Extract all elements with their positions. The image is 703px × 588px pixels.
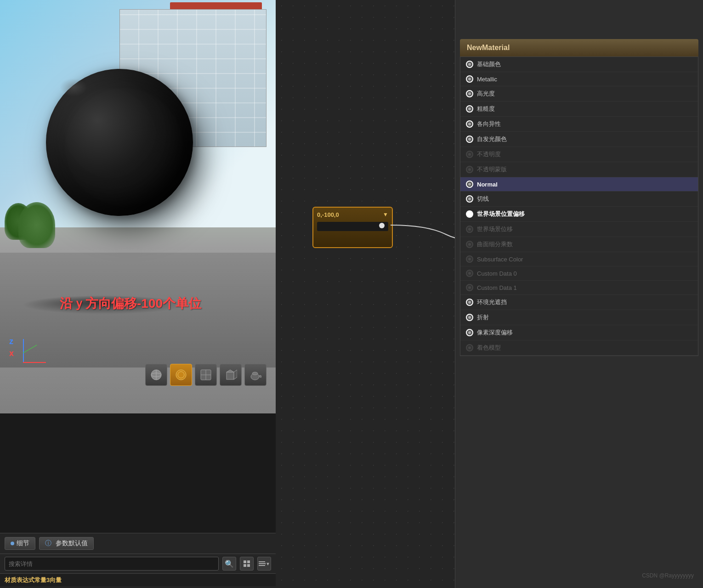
toolbar-sphere-button[interactable] <box>145 364 167 386</box>
subsurface-label: Subsurface Color <box>477 256 692 263</box>
icon-dot <box>468 228 471 231</box>
toolbar-flat-button[interactable] <box>195 364 217 386</box>
params-tab[interactable]: ⓘ 参数默认值 <box>39 537 94 550</box>
tessellation-label: 曲面细分乘数 <box>477 240 692 249</box>
material-item-anisotropy[interactable]: 各向异性 <box>460 117 698 132</box>
base-color-icon <box>466 61 473 68</box>
material-list: 基础颜色 Metallic 高光度 粗糙度 各向异性 自发光颜色 <box>460 57 698 356</box>
detail-tab-label: 细节 <box>17 539 29 548</box>
viewport: 沿ｙ方向偏移-100个单位 z x <box>0 0 276 413</box>
shading-label: 着色模型 <box>477 344 692 352</box>
node-slider-handle <box>379 223 385 228</box>
svg-rect-8 <box>227 372 234 379</box>
world-displacement-icon <box>466 226 473 233</box>
roughness-icon <box>466 105 473 113</box>
detail-tab[interactable]: 细节 <box>5 537 35 550</box>
material-item-opacity[interactable]: 不透明度 <box>460 147 698 162</box>
material-item-metallic[interactable]: Metallic <box>460 72 698 86</box>
custom1-icon <box>466 284 473 291</box>
node-area: 0,-100,0 ▼ <box>276 0 455 588</box>
constant3-node[interactable]: 0,-100,0 ▼ <box>312 207 393 248</box>
icon-dot <box>468 301 471 304</box>
material-item-specular[interactable]: 高光度 <box>460 86 698 102</box>
svg-rect-16 <box>247 564 250 567</box>
panel-tabs: 细节 ⓘ 参数默认值 <box>0 533 276 554</box>
material-item-pixel-depth[interactable]: 像素深度偏移 <box>460 325 698 340</box>
icon-dot <box>468 183 471 186</box>
tab-dot <box>11 542 14 545</box>
emissive-icon <box>466 136 473 143</box>
material-item-world-offset[interactable]: 世界场景位置偏移 <box>460 207 698 222</box>
material-item-shading[interactable]: 着色模型 <box>460 340 698 356</box>
box-icon <box>224 368 237 381</box>
specular-icon <box>466 90 473 97</box>
flat-icon <box>199 368 212 381</box>
custom0-label: Custom Data 0 <box>477 270 692 277</box>
toolbar-box-button[interactable] <box>220 364 242 386</box>
node-value: 0,-100,0 <box>317 211 388 218</box>
icon-dot <box>468 316 471 319</box>
material-item-normal[interactable]: Normal <box>460 177 698 192</box>
watermark: CSDN @Rayyyyyyyy <box>642 572 694 579</box>
refraction-label: 折射 <box>477 313 692 322</box>
ao-icon <box>466 299 473 306</box>
material-item-world-displacement[interactable]: 世界场景位移 <box>460 222 698 237</box>
material-item-tangent[interactable]: 切线 <box>460 192 698 207</box>
status-text: 材质表达式常量3向量 <box>5 577 62 583</box>
world-offset-icon <box>466 210 473 218</box>
material-item-roughness[interactable]: 粗糙度 <box>460 102 698 117</box>
icon-dot <box>468 198 471 200</box>
material-item-tessellation[interactable]: 曲面细分乘数 <box>460 237 698 252</box>
axis-z-line <box>23 339 24 362</box>
icon-dot <box>468 286 471 289</box>
material-item-ao[interactable]: 环境光遮挡 <box>460 295 698 310</box>
refraction-icon <box>466 314 473 321</box>
overlay-text: 沿ｙ方向偏移-100个单位 <box>60 295 201 312</box>
status-bar: 材质表达式常量3向量 <box>0 573 276 586</box>
grid-view-button[interactable] <box>240 557 254 571</box>
dropdown-arrow: ▼ <box>266 561 270 566</box>
toolbar-teapot-button[interactable] <box>244 364 266 386</box>
svg-rect-13 <box>244 560 246 563</box>
normal-icon <box>466 181 473 188</box>
node-dropdown-arrow[interactable]: ▼ <box>383 211 388 218</box>
opacity-mask-icon <box>466 166 473 173</box>
svg-point-12 <box>252 372 258 375</box>
material-item-custom1[interactable]: Custom Data 1 <box>460 281 698 295</box>
svg-marker-9 <box>227 370 234 372</box>
sphere-icon <box>150 368 163 381</box>
shading-icon <box>466 344 473 351</box>
icon-dot <box>468 107 471 110</box>
toolbar-material-button[interactable] <box>170 364 192 386</box>
world-displacement-label: 世界场景位移 <box>477 225 692 233</box>
icon-dot <box>468 346 471 349</box>
axis-x-line <box>23 362 46 363</box>
tangent-label: 切线 <box>477 195 692 203</box>
material-item-subsurface[interactable]: Subsurface Color <box>460 252 698 266</box>
node-slider[interactable] <box>317 222 388 231</box>
search-button[interactable]: 🔍 <box>222 557 236 571</box>
base-color-label: 基础颜色 <box>477 60 692 68</box>
material-item-emissive[interactable]: 自发光颜色 <box>460 132 698 147</box>
subsurface-icon <box>466 255 473 263</box>
icon-dot <box>468 213 471 215</box>
sphere-container <box>46 69 202 225</box>
material-item-refraction[interactable]: 折射 <box>460 310 698 325</box>
params-tab-label: 参数默认值 <box>56 539 88 548</box>
material-item-opacity-mask[interactable]: 不透明蒙版 <box>460 162 698 177</box>
opacity-icon <box>466 151 473 158</box>
search-input[interactable] <box>5 557 219 571</box>
search-row: 🔍 ▼ <box>0 554 276 573</box>
icon-dot <box>468 123 471 125</box>
icon-dot <box>468 258 471 260</box>
icon-dot <box>468 168 471 171</box>
anisotropy-icon <box>466 120 473 128</box>
tangent-icon <box>466 195 473 203</box>
svg-rect-14 <box>247 560 250 563</box>
world-offset-label: 世界场景位置偏移 <box>477 210 692 218</box>
material-item-base-color[interactable]: 基础颜色 <box>460 57 698 72</box>
list-view-button[interactable]: ▼ <box>257 557 271 571</box>
material-title: NewMaterial <box>467 44 692 52</box>
material-item-custom0[interactable]: Custom Data 0 <box>460 266 698 281</box>
opacity-label: 不透明度 <box>477 150 692 158</box>
